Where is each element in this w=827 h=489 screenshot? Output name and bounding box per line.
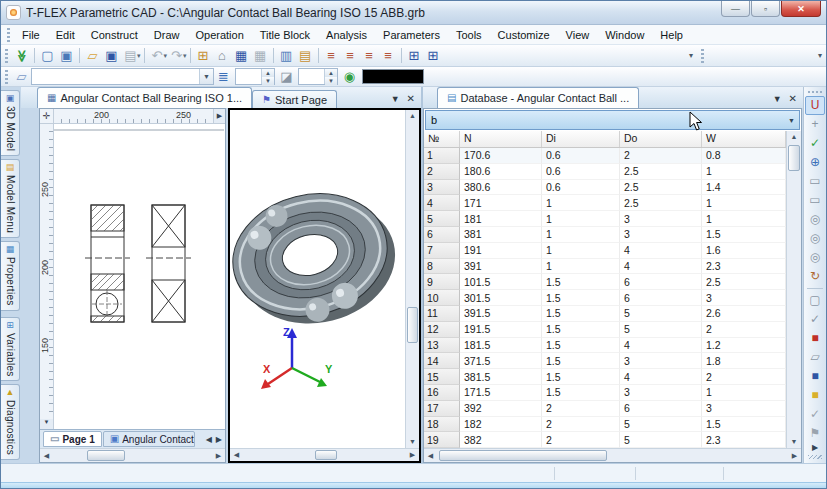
hidden-lines-icon[interactable]: ✓ [805,310,825,329]
close-button[interactable]: ✕ [781,1,821,17]
color-palette-icon[interactable]: ◉ [340,68,359,86]
minimize-button[interactable]: — [721,1,750,17]
tab-database[interactable]: ▤ Database - Angular Contact Ball ... [437,87,639,108]
rotate-view-icon[interactable]: ↻ [805,267,825,286]
sidebar-tab-diagnostics[interactable]: ▲ Diagnostics [1,384,20,460]
menu-item-customize[interactable]: Customize [490,27,558,43]
column-header[interactable]: W [702,131,786,147]
menu-item-window[interactable]: Window [597,27,652,43]
menu-item-construct[interactable]: Construct [83,27,146,43]
menu-item-tools[interactable]: Tools [448,27,490,43]
database-properties-icon[interactable]: ⊞ [424,47,443,65]
save-to-database-icon[interactable]: ▦ [232,47,251,65]
table-row[interactable]: 17392263 [424,401,786,417]
page-prev-icon[interactable]: ◀ [206,435,212,444]
materials-red-icon[interactable]: ■ [805,329,825,348]
ruler-scroll-down-icon[interactable]: ▼ [40,419,53,429]
new-document-icon[interactable]: ▢ [38,47,57,65]
edit-construction-icon[interactable]: ⌂ [213,47,232,65]
toolbar-grip[interactable] [5,49,8,63]
spin-down-icon[interactable]: ▼ [262,77,274,85]
tab-start-page[interactable]: ⚑ Start Page [252,90,337,108]
color-swatch[interactable] [362,69,424,84]
table-row[interactable]: 9101.51.562.5 [424,274,786,290]
view3d-hscrollbar[interactable]: ◀ ▶ [230,448,419,461]
scroll-thumb[interactable] [315,450,337,460]
apply-icon[interactable]: ✓ [805,405,825,424]
table-row[interactable]: 14371.51.531.8 [424,353,786,369]
sidebar-tab-variables[interactable]: ⊞ Variables [1,317,20,382]
scroll-left-icon[interactable]: ◀ [424,452,437,460]
dropdown-arrow-icon[interactable]: ▾ [183,52,187,60]
toolbar-overflow-icon[interactable]: ▾ [685,51,697,60]
shaded-mode-icon[interactable]: ■ [805,367,825,386]
menu-item-draw[interactable]: Draw [146,27,188,43]
close-tab-icon[interactable]: ✕ [789,94,797,104]
edit-table-icon[interactable]: ⊞ [194,47,213,65]
menu-item-file[interactable]: File [14,27,48,43]
scroll-thumb[interactable] [87,450,125,461]
app-icon[interactable] [6,5,21,20]
table-row[interactable]: 417112.51 [424,195,786,211]
toolbar-overflow-icon-2[interactable]: ▾ [814,51,826,60]
scroll-down-icon[interactable]: ▼ [406,436,419,448]
workplane-icon[interactable]: ▱ [805,348,825,367]
table-row[interactable]: 13181.51.541.2 [424,338,786,354]
tab-page-model[interactable]: ▣ Angular Contact B [103,431,195,447]
layer-spinner[interactable]: ▲▼ [235,68,275,85]
menu-item-view[interactable]: View [558,27,598,43]
table-row[interactable]: 3380.60.62.51.4 [424,180,786,196]
model-toolbar-grip[interactable] [5,70,8,84]
copy-icon[interactable]: ▥ [277,47,296,65]
drawing-canvas[interactable] [54,124,225,429]
menu-item-parameters[interactable]: Parameters [375,27,448,43]
hatch-style-icon[interactable]: ◪ [277,68,296,86]
zoom-undo-icon[interactable]: ◎ [805,248,825,267]
table-row[interactable]: 19382252.3 [424,432,786,448]
ruler-scroll-right-icon[interactable]: ▶ [213,109,225,123]
tab-page-1[interactable]: ▭ Page 1 [43,431,102,447]
zoom-in-icon[interactable]: ⊕ [805,153,825,172]
view3d-vscrollbar[interactable]: ▲ ▼ [405,110,419,448]
tab-drawing-document[interactable]: ▦ Angular Contact Ball Bearing ISO 1... [37,87,252,108]
spin-up-icon[interactable]: ▲ [262,69,274,77]
scroll-right-icon[interactable]: ▶ [212,452,225,460]
column-header[interactable]: N [460,131,542,147]
db-hscrollbar[interactable]: ◀ ▶ [424,448,801,462]
add-record-icon[interactable]: ≡ [360,47,379,65]
table-row[interactable]: 1170.60.620.8 [424,148,786,164]
table-row[interactable]: 5181131 [424,211,786,227]
drawing-hscrollbar[interactable]: ◀ ▶ [40,448,225,462]
table-row[interactable]: 6381131.5 [424,227,786,243]
menu-item-operation[interactable]: Operation [187,27,251,43]
spin-down-icon[interactable]: ▼ [325,77,337,85]
table-row[interactable]: 2180.60.62.51 [424,164,786,180]
table-row[interactable]: 8391142.3 [424,259,786,275]
table-row[interactable]: 10301.51.563 [424,290,786,306]
database-selector-combobox[interactable]: b ▼ [425,110,800,130]
view-3d-window[interactable]: Z X Y ▲ ▼ ◀ [228,108,421,463]
sidebar-tab-3d-model[interactable]: ▣ 3D Model [1,90,20,156]
insert-record-after-icon[interactable]: ≡ [341,47,360,65]
layers-icon[interactable]: ≣ [214,68,233,86]
sidebar-tab-model-menu[interactable]: ▤ Model Menu [1,159,20,238]
close-tab-icon[interactable]: ✕ [407,94,415,104]
resize-grip-icon[interactable] [808,455,822,459]
zoom-all-icon[interactable]: ▭ [805,191,825,210]
insert-record-before-icon[interactable]: ≡ [322,47,341,65]
view-3d-canvas[interactable]: Z X Y [230,110,405,448]
object-snap-icon[interactable]: U [805,96,825,115]
menu-item-edit[interactable]: Edit [48,27,83,43]
tab-list-chevron-icon[interactable]: ▼ [773,95,782,104]
table-row[interactable]: 18182251.5 [424,417,786,433]
save-document-icon[interactable]: ▣ [102,47,121,65]
chevron-down-icon[interactable]: ▼ [199,69,213,84]
model-combobox[interactable]: ▼ [31,68,214,85]
rendering-icon[interactable]: ■ [805,386,825,405]
table-row[interactable]: 7191141.6 [424,243,786,259]
dropdown-arrow-icon[interactable]: ▾ [137,52,141,60]
scroll-thumb[interactable] [407,307,418,343]
new-from-prototype-icon[interactable]: ▣ [57,47,76,65]
sidebar-tab-properties[interactable]: ▦ Properties [1,241,20,311]
chevron-down-icon[interactable]: ▼ [784,111,799,129]
